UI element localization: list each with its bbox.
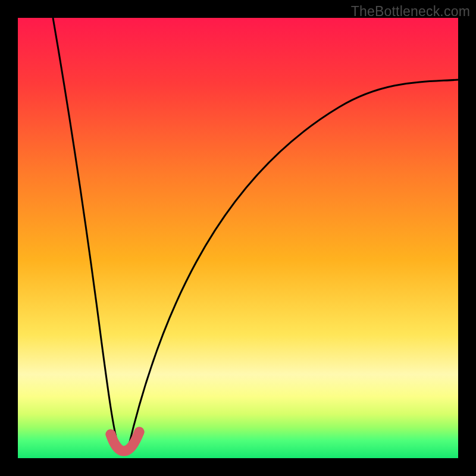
chart-frame: TheBottleneck.com	[0, 0, 476, 476]
chart-plot-area	[18, 18, 458, 458]
curve-right-branch	[128, 80, 458, 449]
highlight-end-left-dot-icon	[106, 430, 116, 440]
highlight-end-right-dot-icon	[134, 427, 145, 437]
watermark-text: TheBottleneck.com	[351, 4, 470, 20]
curve-left-branch	[53, 18, 119, 449]
chart-curves	[18, 18, 458, 458]
